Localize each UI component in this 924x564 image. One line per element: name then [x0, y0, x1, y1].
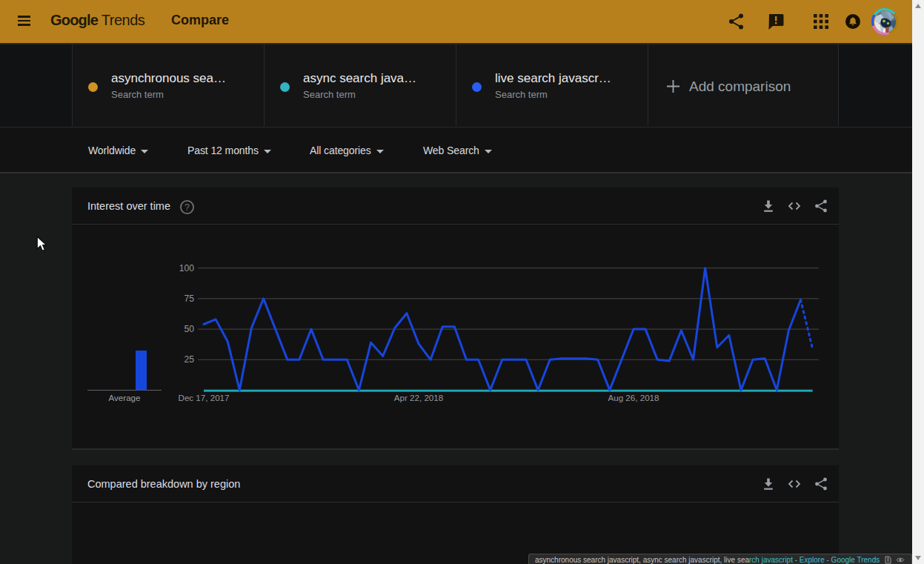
svg-text:Average: Average — [109, 393, 141, 402]
svg-text:100: 100 — [179, 263, 195, 273]
svg-text:Dec 17, 2017: Dec 17, 2017 — [179, 393, 230, 402]
svg-text:75: 75 — [184, 293, 194, 304]
svg-text:Aug 26, 2018: Aug 26, 2018 — [608, 393, 659, 402]
svg-text:25: 25 — [184, 354, 194, 365]
svg-text:Apr 22, 2018: Apr 22, 2018 — [394, 393, 443, 402]
svg-text:50: 50 — [184, 324, 194, 334]
